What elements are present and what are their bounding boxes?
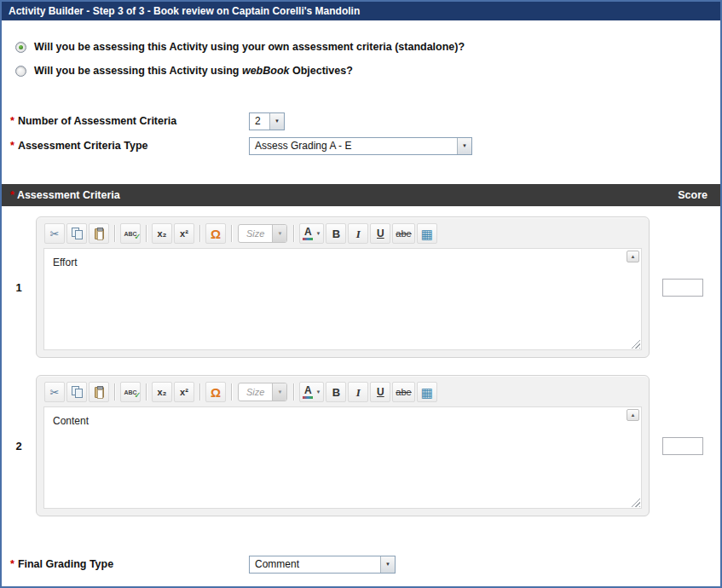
paste-icon	[95, 387, 104, 398]
scroll-up-button[interactable]: ▲	[627, 409, 639, 421]
cut-button[interactable]: ✂	[44, 382, 65, 402]
underline-button[interactable]: U	[370, 382, 390, 402]
copy-button[interactable]	[66, 223, 87, 244]
subscript-button[interactable]: x₂	[152, 382, 172, 402]
subscript-button[interactable]: x₂	[152, 223, 172, 244]
copy-icon	[72, 228, 83, 239]
radio-webbook-label: Will you be assessing this Activity usin…	[34, 65, 353, 77]
score-input-2[interactable]	[662, 437, 703, 455]
italic-button[interactable]: I	[348, 223, 368, 244]
toolbar-separator	[146, 225, 147, 242]
label-text: Number of Assessment Criteria	[18, 115, 176, 127]
spellcheck-button[interactable]: ABC✓	[120, 223, 141, 244]
label-text: Assessment Criteria Type	[18, 140, 148, 152]
table-icon: ▦	[421, 228, 433, 240]
superscript-button[interactable]: x²	[174, 382, 194, 402]
row-number: 2	[2, 440, 36, 453]
bold-icon: B	[332, 387, 340, 398]
superscript-button[interactable]: x²	[174, 223, 194, 244]
selected-value: Comment	[250, 556, 380, 573]
spellcheck-icon: ABC✓	[124, 231, 136, 237]
editor-content-area-2[interactable]: Content ▲	[43, 406, 642, 509]
table-icon: ▦	[421, 386, 433, 399]
dropdown-arrow-icon[interactable]: ▼	[457, 138, 471, 154]
editor-text[interactable]: Content	[44, 407, 641, 435]
criteria-row-2: 2 ✂ ABC✓ x₂ x² Ω Size ▼ A	[2, 375, 720, 516]
bold-button[interactable]: B	[326, 382, 346, 402]
field-final-grading-type: *Final Grading Type Comment ▼	[2, 554, 720, 574]
criteria-row-1: 1 ✂ ABC✓ x₂ x² Ω Size ▼ A	[2, 216, 720, 358]
copy-button[interactable]	[66, 382, 87, 402]
resize-handle[interactable]	[629, 496, 640, 507]
criteria-settings: *Number of Assessment Criteria 2 ▼ *Asse…	[2, 111, 720, 156]
strikethrough-button[interactable]: abe	[392, 382, 414, 402]
toolbar-separator	[199, 383, 200, 401]
italic-button[interactable]: I	[348, 382, 368, 402]
activity-builder-window: Activity Builder - Step 3 of 3 - Book re…	[0, 0, 722, 588]
font-size-label: Size	[239, 383, 272, 401]
font-size-select[interactable]: Size ▼	[238, 224, 287, 243]
strikethrough-icon: abe	[396, 229, 411, 239]
special-character-button[interactable]: Ω	[205, 223, 226, 244]
number-of-criteria-label: *Number of Assessment Criteria	[10, 115, 249, 127]
label-text-prefix: Will you be assessing this Activity usin…	[34, 65, 242, 77]
editor-toolbar: ✂ ABC✓ x₂ x² Ω Size ▼ A ▼	[43, 222, 642, 245]
required-marker: *	[10, 558, 14, 570]
rich-text-editor-2: ✂ ABC✓ x₂ x² Ω Size ▼ A ▼	[36, 375, 650, 516]
editor-content-area-1[interactable]: Effort ▲	[43, 248, 642, 350]
score-input-1[interactable]	[662, 279, 703, 297]
paste-button[interactable]	[89, 223, 109, 244]
subscript-icon: x₂	[157, 229, 166, 239]
text-color-button[interactable]: A ▼	[299, 382, 324, 402]
font-size-label: Size	[239, 225, 272, 242]
editor-text[interactable]: Effort	[44, 249, 641, 276]
dropdown-arrow-icon[interactable]: ▼	[380, 556, 395, 573]
radio-standalone[interactable]	[15, 42, 26, 53]
criteria-type-select[interactable]: Assess Grading A - E ▼	[249, 137, 472, 155]
assessment-mode-options: Will you be assessing this Activity usin…	[2, 37, 720, 80]
underline-button[interactable]: U	[370, 223, 390, 244]
number-of-criteria-select[interactable]: 2 ▼	[249, 112, 285, 130]
toolbar-separator	[114, 383, 115, 401]
dropdown-arrow-icon[interactable]: ▼	[272, 225, 286, 242]
strikethrough-icon: abe	[396, 388, 411, 397]
selected-value: Assess Grading A - E	[250, 138, 457, 154]
radio-option-webbook-objectives[interactable]: Will you be assessing this Activity usin…	[2, 61, 720, 80]
font-size-select[interactable]: Size ▼	[238, 383, 287, 401]
resize-handle[interactable]	[629, 337, 640, 349]
toolbar-separator	[114, 225, 115, 242]
subscript-icon: x₂	[157, 388, 166, 397]
criteria-header-label: *Assessment Criteria	[10, 189, 120, 201]
rich-text-editor-1: ✂ ABC✓ x₂ x² Ω Size ▼ A ▼	[36, 216, 650, 358]
label-text-emphasis: webBook	[242, 65, 290, 77]
spellcheck-button[interactable]: ABC✓	[120, 382, 141, 402]
table-button[interactable]: ▦	[417, 382, 437, 402]
superscript-icon: x²	[180, 229, 188, 239]
text-color-icon: A	[303, 227, 313, 240]
criteria-table-header: *Assessment Criteria Score	[2, 184, 720, 206]
table-button[interactable]: ▦	[417, 223, 437, 244]
radio-option-standalone[interactable]: Will you be assessing this Activity usin…	[2, 37, 720, 56]
scroll-up-button[interactable]: ▲	[627, 251, 639, 262]
underline-icon: U	[377, 228, 384, 239]
toolbar-separator	[199, 225, 200, 242]
final-grading-type-select[interactable]: Comment ▼	[249, 556, 396, 574]
special-character-button[interactable]: Ω	[205, 382, 226, 402]
paste-button[interactable]	[89, 382, 109, 402]
row-number: 1	[2, 281, 36, 294]
cut-button[interactable]: ✂	[44, 223, 65, 244]
required-marker: *	[10, 189, 14, 201]
dropdown-arrow-icon[interactable]: ▼	[272, 383, 286, 401]
label-text-suffix: Objectives?	[290, 65, 353, 77]
strikethrough-button[interactable]: abe	[392, 223, 414, 244]
text-color-button[interactable]: A ▼	[299, 223, 324, 244]
cut-icon: ✂	[50, 228, 60, 239]
spellcheck-icon: ABC✓	[124, 389, 136, 395]
label-text: Final Grading Type	[18, 558, 113, 570]
toolbar-separator	[231, 225, 232, 242]
omega-icon: Ω	[211, 386, 221, 399]
dropdown-arrow-icon[interactable]: ▼	[269, 113, 284, 130]
score-header-label: Score	[678, 189, 708, 201]
radio-webbook-objectives[interactable]	[15, 66, 26, 77]
bold-button[interactable]: B	[326, 223, 346, 244]
